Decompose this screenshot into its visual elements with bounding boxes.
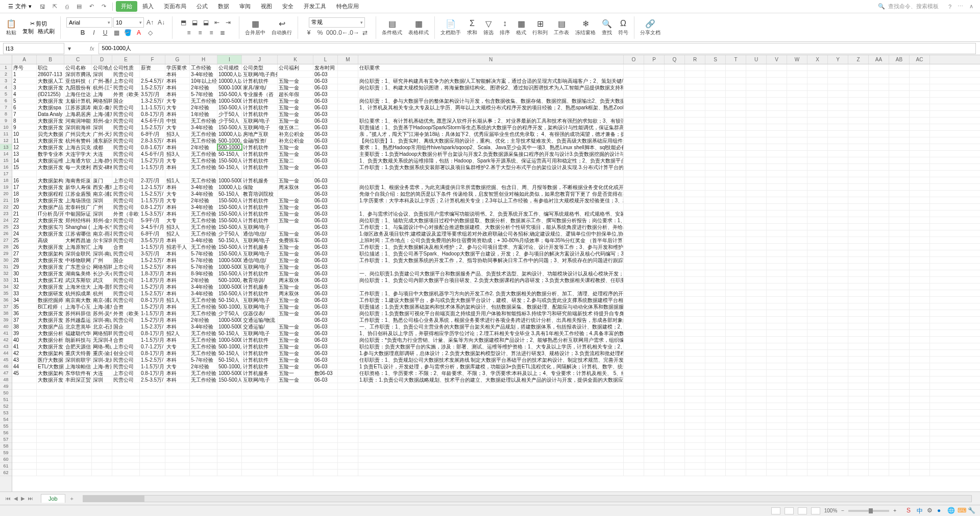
cell[interactable]: 五险一金 xyxy=(278,357,313,363)
row-header[interactable]: 4 xyxy=(0,84,12,91)
cell[interactable] xyxy=(889,264,910,270)
cell[interactable] xyxy=(889,118,910,124)
row-header[interactable]: 41 xyxy=(0,330,12,337)
cell[interactable]: 06-03 xyxy=(313,78,338,84)
cell[interactable] xyxy=(313,383,338,389)
cell[interactable] xyxy=(848,410,869,416)
cell[interactable] xyxy=(37,470,64,476)
cell[interactable]: 大数据架构 xyxy=(37,177,64,183)
cell[interactable]: 房地产互联 xyxy=(242,131,278,137)
row-header[interactable]: 48 xyxy=(0,377,12,383)
cell[interactable] xyxy=(190,463,217,469)
cell[interactable]: 50-150人 xyxy=(217,191,242,197)
cell[interactable] xyxy=(165,423,190,429)
cell[interactable] xyxy=(726,98,746,104)
cell[interactable] xyxy=(807,390,828,396)
cell[interactable] xyxy=(910,436,930,442)
cell[interactable] xyxy=(665,470,685,476)
cell[interactable] xyxy=(807,204,828,210)
cell[interactable] xyxy=(787,210,807,217)
cell[interactable] xyxy=(624,264,644,270)
cell[interactable] xyxy=(338,363,358,369)
cell[interactable] xyxy=(787,443,807,449)
cell[interactable] xyxy=(807,164,828,170)
cell[interactable]: 高级 xyxy=(37,237,64,243)
cell[interactable] xyxy=(705,151,726,157)
cell[interactable] xyxy=(685,450,705,456)
cell[interactable] xyxy=(726,277,746,283)
cell[interactable] xyxy=(726,111,746,117)
cell[interactable]: 任职职责：1、负责规划公司大数据技术发展路线 制定大数据平台基础平台的技术架构设… xyxy=(358,357,624,363)
cell[interactable] xyxy=(869,410,889,416)
cell[interactable] xyxy=(705,450,726,456)
cell[interactable] xyxy=(685,197,705,203)
cell[interactable]: 五险一金 xyxy=(278,337,313,343)
cell[interactable] xyxy=(787,377,807,383)
cell[interactable] xyxy=(848,337,869,343)
cell[interactable] xyxy=(848,416,869,423)
cell[interactable]: 3.5万/月 xyxy=(140,91,165,97)
cell[interactable] xyxy=(869,323,889,330)
cell[interactable] xyxy=(746,91,767,97)
cell[interactable]: 大专 xyxy=(165,197,190,203)
cell[interactable] xyxy=(665,430,685,436)
cell[interactable] xyxy=(624,137,644,144)
cell[interactable] xyxy=(705,423,726,429)
cell[interactable] xyxy=(705,410,726,416)
cell[interactable]: 杭州有赞科 xyxy=(64,137,92,144)
cell[interactable]: 36 xyxy=(12,310,37,316)
cell[interactable] xyxy=(828,370,848,376)
cell[interactable] xyxy=(726,264,746,270)
cell[interactable] xyxy=(807,210,828,217)
undo-icon[interactable]: ↶ xyxy=(87,3,95,11)
cell[interactable] xyxy=(278,410,313,416)
sheet-last-icon[interactable]: ⏭ xyxy=(27,496,35,501)
cell[interactable] xyxy=(828,157,848,163)
cell[interactable] xyxy=(726,257,746,263)
cell[interactable]: 2.8-3.5万/ xyxy=(140,137,165,144)
cell[interactable] xyxy=(869,310,889,316)
cell[interactable]: 8 xyxy=(12,118,37,124)
cell[interactable] xyxy=(140,171,165,177)
cell[interactable] xyxy=(726,303,746,310)
cell[interactable]: 深圳前联宇 xyxy=(64,357,92,363)
cell[interactable]: 43 xyxy=(12,357,37,363)
cell[interactable]: 网络招聘 xyxy=(92,264,112,270)
cell[interactable]: 1-1.5万/月 xyxy=(140,197,165,203)
cell[interactable] xyxy=(685,370,705,376)
cell[interactable]: 1.5-2.5万/ xyxy=(140,257,165,263)
cell[interactable] xyxy=(112,470,140,476)
cell[interactable]: 2年经验 xyxy=(190,197,217,203)
cell[interactable] xyxy=(665,343,685,349)
cell[interactable]: 1-1.5万/月 xyxy=(140,164,165,170)
cell[interactable] xyxy=(910,337,930,343)
cell[interactable] xyxy=(217,423,242,429)
cell[interactable] xyxy=(64,390,92,396)
cell[interactable] xyxy=(767,383,787,389)
cell[interactable] xyxy=(644,84,665,90)
cell[interactable] xyxy=(313,470,338,476)
cell[interactable] xyxy=(787,131,807,137)
cell[interactable] xyxy=(746,436,767,442)
cell[interactable] xyxy=(828,277,848,283)
cell[interactable] xyxy=(644,71,665,77)
align-left-icon[interactable]: ≡ xyxy=(184,28,194,38)
cell[interactable] xyxy=(807,363,828,369)
cell[interactable] xyxy=(644,284,665,290)
cell[interactable]: 要求：1、熟悉Hadoop常用组件hive/spark/sqoop2、Scala… xyxy=(358,144,624,150)
cell[interactable] xyxy=(338,197,358,203)
cell[interactable] xyxy=(828,71,848,77)
cell[interactable]: 东华软件有 xyxy=(64,370,92,376)
cell[interactable] xyxy=(767,343,787,349)
cell[interactable]: 新华人寿保 xyxy=(64,184,92,190)
col-header[interactable]: L xyxy=(313,55,338,64)
cell[interactable] xyxy=(828,303,848,310)
cell[interactable]: 3-4年经验 xyxy=(190,204,217,210)
cell[interactable]: 南京-浦口区 xyxy=(92,297,112,303)
align-middle-icon[interactable]: ⬓ xyxy=(189,17,200,28)
menu-tab-8[interactable]: 开发工具 xyxy=(299,1,331,12)
cell[interactable]: 大数据开发 xyxy=(37,98,64,104)
cell[interactable] xyxy=(190,383,217,389)
cell[interactable] xyxy=(665,217,685,223)
cell[interactable] xyxy=(37,456,64,462)
